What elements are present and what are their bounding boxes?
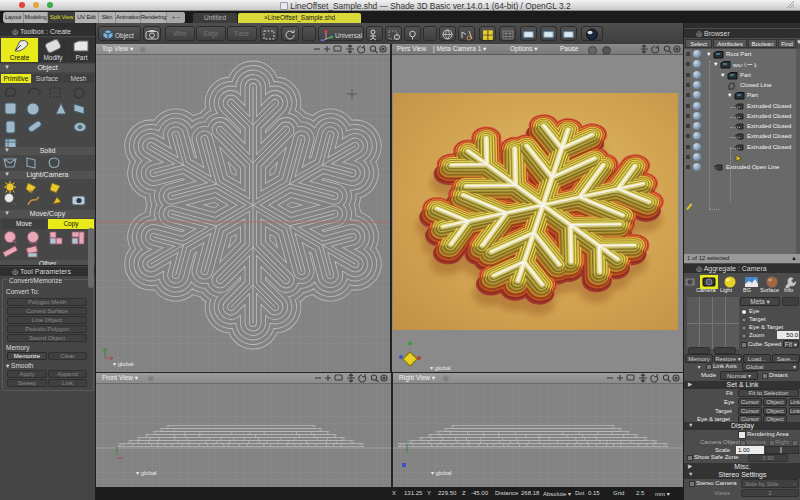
svg-text:Universal: Universal [335, 32, 363, 39]
svg-text:Object: Object [115, 32, 134, 40]
